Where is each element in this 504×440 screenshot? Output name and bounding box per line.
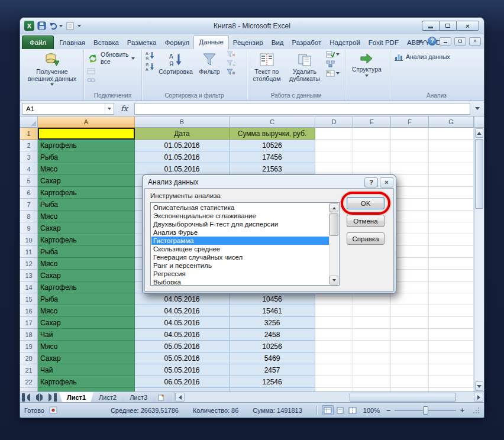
outline-button[interactable]: Структура (347, 50, 386, 99)
cell-A14[interactable]: Картофель (38, 282, 135, 293)
connection-properties-button[interactable] (86, 67, 96, 75)
cell-G17[interactable] (429, 317, 474, 329)
clear-filter-button[interactable] (225, 50, 237, 58)
cell-D1[interactable] (315, 128, 353, 140)
cell-B1[interactable]: Дата (135, 128, 230, 140)
zoom-out-button[interactable]: − (385, 406, 392, 414)
name-box-dropdown[interactable] (105, 103, 114, 114)
cell-G19[interactable] (429, 341, 474, 352)
analysis-tool-option[interactable]: Описательная статистика (151, 203, 329, 212)
cell-D19[interactable] (315, 341, 353, 352)
cell-C16[interactable]: 15461 (230, 305, 315, 317)
zoom-level[interactable]: 100% (363, 407, 380, 414)
cell-A22[interactable]: Картофель (38, 376, 135, 388)
cell-E4[interactable] (353, 163, 391, 175)
refresh-all-button[interactable]: Обновить все (86, 50, 137, 66)
page-layout-view-button[interactable] (334, 405, 346, 415)
consolidate-button[interactable] (325, 60, 341, 68)
cell-G3[interactable] (429, 151, 474, 163)
cell-D3[interactable] (315, 151, 353, 163)
cell-A7[interactable]: Рыба (38, 199, 135, 211)
cell-E20[interactable] (353, 352, 391, 364)
workbook-close-button[interactable]: × (469, 37, 481, 46)
row-header-14[interactable]: 14 (20, 282, 38, 293)
cell-A23[interactable] (38, 388, 135, 392)
reapply-filter-button[interactable] (225, 59, 237, 67)
column-header-C[interactable]: C (230, 117, 315, 128)
cell-D16[interactable] (315, 305, 353, 317)
analysis-tool-option[interactable]: Ранг и персентиль (151, 261, 329, 270)
cell-G9[interactable] (429, 222, 474, 234)
cell-G16[interactable] (429, 305, 474, 317)
horizontal-scrollbar[interactable] (174, 392, 484, 402)
cell-E23[interactable] (353, 388, 391, 392)
zoom-in-button[interactable]: + (458, 406, 466, 414)
cancel-button[interactable]: Отмена (347, 215, 385, 227)
cell-A15[interactable]: Рыба (38, 293, 135, 305)
row-header-12[interactable]: 12 (20, 258, 38, 270)
title-bar[interactable]: Книга8 - Microsoft Excel × (20, 18, 484, 34)
cell-C17[interactable]: 3256 (230, 317, 315, 329)
insert-worksheet-button[interactable] (154, 392, 169, 402)
cell-F3[interactable] (391, 151, 429, 163)
cell-G21[interactable] (429, 364, 474, 376)
ribbon-tab-Данные[interactable]: Данные (193, 35, 229, 49)
row-header-7[interactable]: 7 (20, 199, 38, 211)
cell-G8[interactable] (429, 211, 474, 222)
dialog-help-button[interactable]: ? (364, 177, 378, 187)
cell-E1[interactable] (353, 128, 391, 140)
cell-E15[interactable] (353, 293, 391, 305)
maximize-button[interactable] (439, 21, 456, 31)
scroll-down-button[interactable] (475, 381, 483, 391)
cell-D20[interactable] (315, 352, 353, 364)
next-sheet-button[interactable] (40, 393, 48, 402)
row-header-1[interactable]: 1 (20, 128, 38, 140)
list-scrollbar[interactable] (329, 203, 338, 284)
cell-B21[interactable]: 05.05.2016 (135, 364, 230, 376)
row-header-22[interactable]: 22 (20, 376, 38, 388)
cell-B17[interactable]: 04.05.2016 (135, 317, 230, 329)
row-header-18[interactable]: 18 (20, 329, 38, 341)
list-scroll-track[interactable] (329, 213, 338, 275)
cell-C4[interactable]: 21563 (230, 163, 315, 175)
cell-C23[interactable] (230, 388, 315, 392)
cell-A1[interactable] (38, 128, 135, 140)
cell-F11[interactable] (391, 246, 429, 258)
cell-A19[interactable]: Мясо (38, 341, 135, 352)
scroll-left-button[interactable] (175, 393, 185, 402)
cell-G2[interactable] (429, 140, 474, 151)
cell-F1[interactable] (391, 128, 429, 140)
analysis-tool-option[interactable]: Анализ Фурье (151, 228, 329, 237)
sort-ascending-button[interactable]: АЯ (144, 50, 156, 60)
cell-F8[interactable] (391, 211, 429, 222)
cell-D22[interactable] (315, 376, 353, 388)
cell-A6[interactable]: Картофель (38, 187, 135, 199)
vertical-scroll-thumb[interactable] (475, 139, 483, 209)
sheet-tab-Лист1[interactable]: Лист1 (59, 392, 93, 402)
cell-F6[interactable] (391, 187, 429, 199)
cell-A3[interactable]: Рыба (38, 151, 135, 163)
cell-A10[interactable]: Картофель (38, 234, 135, 246)
cell-A4[interactable]: Мясо (38, 163, 135, 175)
row-header-3[interactable]: 3 (20, 151, 38, 163)
edit-links-button[interactable] (86, 76, 96, 84)
undo-button[interactable] (49, 21, 63, 30)
what-if-analysis-button[interactable] (325, 69, 341, 77)
first-sheet-button[interactable] (22, 393, 30, 402)
cell-G1[interactable] (429, 128, 474, 140)
name-box[interactable]: A1 (22, 103, 114, 115)
ribbon-tab-Рецензир[interactable]: Рецензир (229, 36, 267, 49)
column-header-F[interactable]: F (391, 117, 429, 128)
column-header-E[interactable]: E (353, 117, 391, 128)
cell-D2[interactable] (315, 140, 353, 151)
cell-F18[interactable] (391, 329, 429, 341)
sort-button[interactable]: АЯ Сортировка (158, 50, 193, 90)
cell-B19[interactable]: 05.05.2016 (135, 341, 230, 352)
row-header-5[interactable]: 5 (20, 175, 38, 187)
cell-A11[interactable]: Рыба (38, 246, 135, 258)
ribbon-tab-Главная[interactable]: Главная (55, 36, 89, 49)
cell-C20[interactable]: 5469 (230, 352, 315, 364)
analysis-tool-option[interactable]: Генерация случайных чисел (151, 253, 329, 261)
zoom-slider-thumb[interactable] (423, 406, 428, 415)
zoom-slider[interactable] (395, 406, 456, 415)
